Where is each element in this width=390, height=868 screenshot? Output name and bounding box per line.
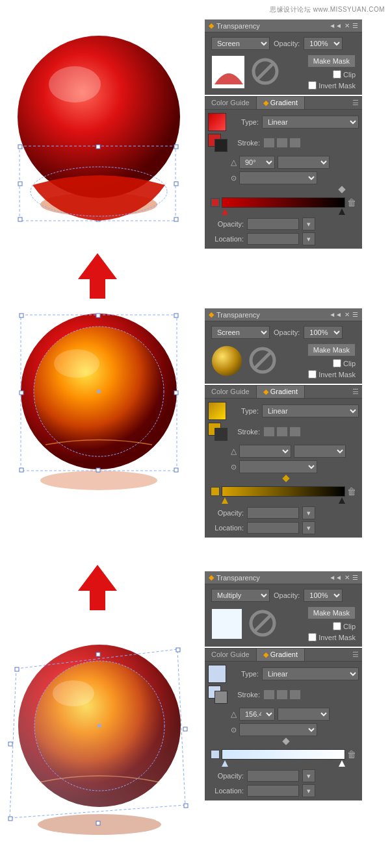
stroke-icon-3c[interactable] xyxy=(289,689,301,700)
location-dropdown-2[interactable]: ▾ xyxy=(302,521,315,534)
svg-rect-45 xyxy=(183,727,187,731)
make-mask-btn-3[interactable]: Make Mask xyxy=(307,606,356,619)
location-dropdown-1[interactable]: ▾ xyxy=(302,232,315,245)
close-btn-2[interactable]: ✕ xyxy=(344,311,350,318)
diamond-stop-1[interactable] xyxy=(338,186,345,193)
gradient-bar-1[interactable] xyxy=(222,197,345,208)
stroke-icon-1b[interactable] xyxy=(276,138,288,148)
opacity-select-1[interactable]: 100% xyxy=(304,37,343,50)
gradient-swatch-3[interactable] xyxy=(208,665,226,683)
location-field-3[interactable] xyxy=(247,785,299,797)
left-stop-color-3[interactable] xyxy=(211,750,220,759)
angle-select-1[interactable]: 90° xyxy=(239,156,275,169)
type-select-2[interactable]: Linear xyxy=(262,404,359,417)
stroke-icon-2c[interactable] xyxy=(289,427,301,437)
gradient-bar-2[interactable] xyxy=(222,486,345,497)
angle-select-2[interactable] xyxy=(239,445,291,458)
stroke-icons-3 xyxy=(263,689,301,700)
invert-row-3: Invert Mask xyxy=(308,633,356,641)
invert-checkbox-2[interactable] xyxy=(308,370,317,378)
gradient-menu-1[interactable]: ☰ xyxy=(349,97,362,109)
left-stop-color-2[interactable] xyxy=(211,487,220,496)
gradient-swatch-2[interactable] xyxy=(208,402,226,420)
sub-select-3[interactable] xyxy=(239,723,317,736)
menu-btn-2[interactable]: ☰ xyxy=(352,311,358,318)
color-guide-tab-2[interactable]: Color Guide xyxy=(205,386,257,398)
gradient-menu-3[interactable]: ☰ xyxy=(349,649,362,661)
angle-extra-select-3[interactable] xyxy=(278,708,330,721)
blend-mode-select-1[interactable]: Screen xyxy=(211,37,270,50)
bg-swatch-3[interactable] xyxy=(214,691,228,704)
diamond-stop-3[interactable] xyxy=(282,738,289,745)
sub-select-1[interactable] xyxy=(239,171,317,184)
diamond-stop-2[interactable] xyxy=(282,475,289,482)
color-guide-tab-1[interactable]: Color Guide xyxy=(205,97,257,109)
collapse-btn-2[interactable]: ◄◄ xyxy=(329,311,342,318)
stroke-icon-2b[interactable] xyxy=(276,427,288,437)
angle-extra-select-1[interactable] xyxy=(278,156,330,169)
gradient-tab-label-2: Gradient xyxy=(270,388,298,395)
invert-checkbox-1[interactable] xyxy=(308,81,317,90)
svg-rect-27 xyxy=(96,314,100,317)
sub-select-2[interactable] xyxy=(239,460,317,473)
invert-checkbox-3[interactable] xyxy=(308,633,317,641)
opacity-label-1: Opacity: xyxy=(274,40,300,47)
bg-swatch-1[interactable] xyxy=(214,139,228,152)
location-dropdown-3[interactable]: ▾ xyxy=(302,784,315,797)
clip-checkbox-1[interactable] xyxy=(333,70,341,79)
collapse-btn-3[interactable]: ◄◄ xyxy=(329,574,342,581)
stroke-icon-3a[interactable] xyxy=(263,689,275,700)
gradient-swatch-1[interactable] xyxy=(208,113,226,131)
angle-select-3[interactable]: 156.4° xyxy=(239,708,275,721)
color-guide-tab-3[interactable]: Color Guide xyxy=(205,649,257,661)
stop-left-2[interactable] xyxy=(222,497,228,504)
close-btn-1[interactable]: ✕ xyxy=(344,22,350,29)
transparency-header-1: ◆ Transparency ◄◄ ✕ ☰ xyxy=(205,19,362,32)
stroke-icon-3b[interactable] xyxy=(276,689,288,700)
opacity-select-3[interactable]: 100% xyxy=(304,589,343,602)
stroke-icon-2a[interactable] xyxy=(263,427,275,437)
blend-mode-select-2[interactable]: Screen xyxy=(211,326,270,339)
stroke-row-3: Stroke: xyxy=(208,686,359,704)
opacity-field-1[interactable] xyxy=(247,218,299,230)
location-field-2[interactable] xyxy=(247,522,299,534)
clip-checkbox-2[interactable] xyxy=(333,359,341,367)
opacity-dropdown-3[interactable]: ▾ xyxy=(302,769,315,782)
delete-stop-1[interactable]: 🗑 xyxy=(347,197,356,208)
location-field-1[interactable] xyxy=(247,233,299,245)
gradient-tab-2[interactable]: ◆ Gradient xyxy=(257,386,305,398)
opacity-dropdown-2[interactable]: ▾ xyxy=(302,506,315,519)
svg-point-24 xyxy=(54,349,99,378)
opacity-dropdown-1[interactable]: ▾ xyxy=(302,217,315,230)
make-mask-btn-2[interactable]: Make Mask xyxy=(307,343,356,356)
menu-btn-3[interactable]: ☰ xyxy=(352,574,358,581)
opacity-field-3[interactable] xyxy=(247,770,299,782)
stop-right-3[interactable] xyxy=(339,760,345,767)
stroke-icon-1a[interactable] xyxy=(263,138,275,148)
menu-btn-1[interactable]: ☰ xyxy=(352,22,358,29)
gradient-menu-2[interactable]: ☰ xyxy=(349,386,362,398)
left-stop-color-1[interactable] xyxy=(211,198,220,207)
angle-extra-select-2[interactable] xyxy=(294,445,346,458)
gradient-body-1: Type: Linear Stroke: △ xyxy=(205,110,362,249)
stop-right-1[interactable] xyxy=(339,208,345,215)
opacity-field-2[interactable] xyxy=(247,507,299,519)
close-btn-3[interactable]: ✕ xyxy=(344,574,350,581)
blend-mode-select-3[interactable]: Multiply xyxy=(211,589,270,602)
clip-checkbox-3[interactable] xyxy=(333,622,341,630)
stop-left-1[interactable] xyxy=(222,208,228,215)
type-select-1[interactable]: Linear xyxy=(262,116,359,129)
gradient-bar-3[interactable] xyxy=(222,749,345,760)
stop-right-2[interactable] xyxy=(339,497,345,504)
gradient-tab-3[interactable]: ◆ Gradient xyxy=(257,649,305,661)
delete-stop-2[interactable]: 🗑 xyxy=(347,486,356,497)
make-mask-btn-1[interactable]: Make Mask xyxy=(307,55,356,68)
stroke-icon-1c[interactable] xyxy=(289,138,301,148)
type-select-3[interactable]: Linear xyxy=(262,667,359,680)
gradient-tab-1[interactable]: ◆ Gradient xyxy=(257,97,305,109)
opacity-select-2[interactable]: 100% xyxy=(304,326,343,339)
collapse-btn-1[interactable]: ◄◄ xyxy=(329,22,342,29)
stop-left-3[interactable] xyxy=(222,760,228,767)
delete-stop-3[interactable]: 🗑 xyxy=(347,749,356,760)
bg-swatch-2[interactable] xyxy=(214,428,228,441)
